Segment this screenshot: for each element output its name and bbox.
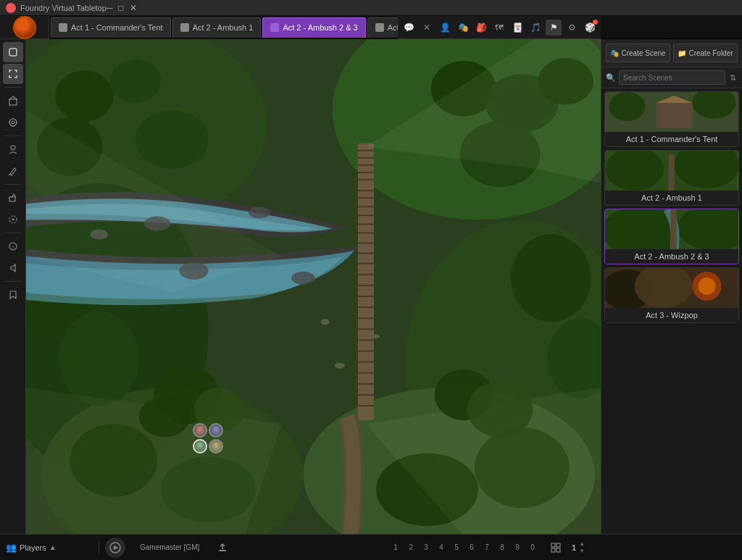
create-folder-button[interactable]: 📁 Create Folder	[673, 43, 738, 62]
svg-rect-107	[551, 548, 555, 552]
nav-num-7[interactable]: 7	[480, 539, 494, 556]
scene-label-3: Act 2 - Ambush 2 & 3	[605, 249, 738, 264]
players-chevron-icon[interactable]: ▲	[49, 543, 57, 551]
players-label: Players	[20, 543, 46, 552]
scene-list: Act 1 - Commander's Tent Act 2 - Ambush …	[601, 88, 742, 534]
player-token-4[interactable]	[209, 439, 223, 454]
page-down-arrow[interactable]: ▼	[579, 548, 585, 555]
fullscreen-tool[interactable]	[3, 64, 23, 84]
svg-rect-0	[9, 49, 17, 56]
svg-point-101	[699, 277, 716, 295]
scene-thumb-1	[605, 92, 738, 132]
nav-num-6[interactable]: 6	[464, 539, 479, 556]
svg-point-8	[11, 146, 15, 150]
maximize-button[interactable]: □	[118, 3, 123, 13]
close-icon[interactable]: ✕	[419, 20, 435, 35]
scene-card-ambush1[interactable]: Act 2 - Ambush 1	[604, 150, 739, 206]
actors-icon[interactable]: 🎭	[455, 20, 471, 35]
left-toolbar: !	[0, 39, 26, 534]
svg-point-83	[214, 443, 219, 448]
scene-label-1: Act 1 - Commander's Tent	[605, 132, 738, 146]
scene-tab-icon	[59, 23, 67, 32]
svg-point-81	[214, 427, 219, 432]
bottom-nav: 1 2 3 4 5 6 7 8 9 0 1 ▲ ▼	[237, 539, 736, 556]
sounds-tool[interactable]	[3, 258, 23, 278]
grid-icon[interactable]	[547, 539, 564, 556]
tab-ambush1[interactable]: Act 2 - Ambush 1	[172, 17, 262, 38]
shapes-tool[interactable]	[3, 188, 23, 208]
logo-icon	[13, 16, 36, 39]
items-icon[interactable]: 🎒	[473, 20, 489, 35]
tab-commanders-tent[interactable]: Act 1 - Commander's Tent	[51, 17, 171, 38]
scene-label-4: Act 3 - Wizpop	[605, 308, 738, 322]
toolbar-sep4	[4, 233, 22, 233]
nav-num-3[interactable]: 3	[419, 539, 433, 556]
svg-rect-108	[556, 548, 560, 552]
journal-icon[interactable]: 🗺	[491, 20, 507, 35]
svg-point-11	[12, 219, 14, 221]
tab-label: Act 1 - Commander's Tent	[71, 23, 163, 32]
buildings-tool[interactable]	[3, 91, 23, 111]
scene-card-ambush23[interactable]: Act 2 - Ambush 2 & 3	[604, 209, 739, 264]
toolbar-sep3	[4, 184, 22, 185]
create-scene-label: Create Scene	[621, 49, 665, 57]
nav-num-0[interactable]: 0	[525, 539, 540, 556]
scene-card-wizpop[interactable]: Act 3 - Wizpop	[604, 267, 739, 323]
measure-tool[interactable]	[3, 209, 23, 230]
players-section: 👥 Players ▲	[6, 543, 93, 553]
nav-num-1[interactable]: 1	[388, 539, 403, 556]
player-token-2[interactable]	[209, 423, 223, 438]
scene-label-2: Act 2 - Ambush 1	[605, 191, 738, 205]
user-icon[interactable]: 👤	[437, 20, 453, 35]
svg-rect-1	[9, 99, 17, 105]
nav-num-8[interactable]: 8	[495, 539, 509, 556]
cards-icon[interactable]: 🃏	[509, 20, 525, 35]
create-scene-button[interactable]: 🎭 Create Scene	[606, 43, 670, 62]
nav-num-5[interactable]: 5	[449, 539, 464, 556]
svg-point-82	[198, 443, 203, 448]
svg-point-3	[12, 121, 14, 124]
scene-nav-icon[interactable]	[105, 538, 125, 558]
tab-label: Act 2 - Ambush 1	[193, 23, 254, 32]
settings-icon[interactable]: ⚙	[564, 20, 580, 35]
top-icons-bar: 💬 ✕ 👤 🎭 🎒 🗺 🃏 🎵 ⚑ ⚙ 🎲	[398, 16, 601, 39]
nav-num-9[interactable]: 9	[510, 539, 525, 556]
page-up-arrow[interactable]: ▲	[579, 540, 585, 548]
map-canvas[interactable]	[26, 39, 601, 534]
nav-num-4[interactable]: 4	[434, 539, 449, 556]
scene-tab-icon	[270, 23, 279, 32]
svg-rect-92	[669, 154, 675, 191]
sort-button[interactable]: ⇅	[728, 72, 738, 84]
search-input[interactable]	[619, 70, 725, 85]
players-icon: 👥	[6, 543, 17, 553]
toolbar-sep1	[4, 87, 22, 88]
notes-tool[interactable]: !	[3, 236, 23, 256]
svg-point-2	[9, 119, 17, 126]
bookmarks-tool[interactable]	[3, 285, 23, 305]
app-title: Foundry Virtual Tabletop	[20, 4, 107, 12]
scene-card-commanders-tent[interactable]: Act 1 - Commander's Tent	[604, 91, 739, 147]
scene-thumb-4	[605, 268, 738, 308]
page-indicator: 1 ▲ ▼	[572, 540, 585, 554]
target-tool[interactable]	[3, 112, 23, 133]
close-button[interactable]: ✕	[130, 3, 137, 13]
page-numbers: 1 2 3 4 5 6 7 8 9 0	[388, 539, 540, 556]
chat-icon[interactable]: 💬	[401, 20, 417, 35]
search-icon: 🔍	[606, 73, 616, 83]
scenes-icon[interactable]: ⚑	[546, 20, 562, 35]
playlists-icon[interactable]: 🎵	[528, 20, 543, 35]
tab-ambush23[interactable]: Act 2 - Ambush 2 & 3	[262, 17, 365, 38]
statusbar: 👥 Players ▲ Gamemaster [GM] 1 2 3 4 5 6 …	[0, 534, 742, 560]
select-tool[interactable]	[3, 42, 23, 62]
right-panel: 🎭 Create Scene 📁 Create Folder 🔍 ⇅	[601, 39, 742, 534]
minimize-button[interactable]: ─	[107, 3, 113, 13]
draw-tool[interactable]	[3, 161, 23, 181]
nav-num-2[interactable]: 2	[404, 539, 418, 556]
tokens-tool[interactable]	[3, 139, 23, 159]
svg-rect-96	[671, 209, 677, 249]
upload-button[interactable]	[214, 539, 231, 556]
player-token-1[interactable]	[193, 423, 207, 438]
svg-point-85	[609, 92, 646, 121]
search-row: 🔍 ⇅	[601, 67, 742, 88]
player-token-3[interactable]	[193, 439, 207, 454]
